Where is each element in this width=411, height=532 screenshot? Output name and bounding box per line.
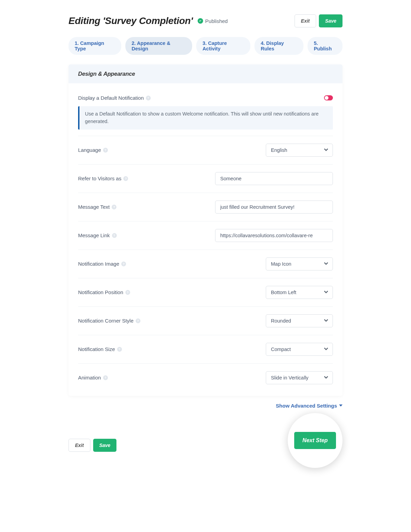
tab-capture-activity[interactable]: 3. Capture Activity	[196, 37, 250, 55]
help-icon[interactable]: ?	[103, 375, 108, 380]
next-step-bubble: Next Step	[288, 413, 342, 468]
exit-button[interactable]: Exit	[295, 14, 316, 27]
footer-exit-button[interactable]: Exit	[68, 439, 90, 452]
tab-display-rules[interactable]: 4. Display Rules	[254, 37, 303, 55]
help-icon[interactable]: ?	[112, 205, 116, 209]
help-icon[interactable]: ?	[103, 148, 108, 153]
help-icon[interactable]: ?	[125, 290, 130, 295]
status-badge: Published	[198, 18, 228, 24]
refer-visitors-label: Refer to Visitors as ?	[78, 176, 128, 181]
panel-title: Design & Appearance	[78, 71, 333, 77]
notification-position-select[interactable]: Bottom Left	[266, 286, 333, 299]
check-circle-icon	[198, 18, 203, 24]
tab-publish[interactable]: 5. Publish	[308, 37, 342, 55]
animation-select[interactable]: Slide in Vertically	[266, 371, 333, 384]
help-icon[interactable]: ?	[136, 318, 140, 323]
notification-image-select[interactable]: Map Icon	[266, 257, 333, 270]
design-panel: Design & Appearance Display a Default No…	[68, 64, 342, 396]
step-tabs: 1. Campaign Type 2. Appearance & Design …	[68, 37, 342, 55]
next-step-button[interactable]: Next Step	[294, 432, 336, 449]
notification-size-label: Notification Size ?	[78, 346, 122, 352]
default-notification-label: Display a Default Notification ?	[78, 95, 151, 101]
message-link-label: Message Link ?	[78, 232, 117, 238]
save-button[interactable]: Save	[319, 14, 342, 27]
status-label: Published	[205, 18, 228, 24]
message-link-input[interactable]	[215, 229, 333, 242]
help-icon[interactable]: ?	[117, 347, 122, 352]
show-advanced-link[interactable]: Show Advanced Settings	[276, 403, 342, 409]
tab-campaign-type[interactable]: 1. Campaign Type	[68, 37, 121, 55]
page-header: Editing 'Survey Completion' Published Ex…	[68, 0, 342, 37]
animation-label: Animation ?	[78, 375, 108, 380]
corner-style-select[interactable]: Rounded	[266, 314, 333, 327]
page-title: Editing 'Survey Completion'	[68, 15, 193, 26]
refer-visitors-input[interactable]	[215, 172, 333, 185]
info-box: Use a Default Notification to show a cus…	[78, 106, 333, 130]
notification-size-select[interactable]: Compact	[266, 343, 333, 356]
notification-image-label: Notification Image ?	[78, 261, 126, 267]
tab-appearance-design[interactable]: 2. Appearance & Design	[125, 37, 192, 55]
caret-down-icon	[339, 404, 342, 407]
help-icon[interactable]: ?	[112, 233, 117, 238]
language-select[interactable]: English	[266, 144, 333, 157]
message-text-label: Message Text ?	[78, 204, 116, 210]
default-notification-toggle[interactable]	[324, 95, 333, 100]
footer-save-button[interactable]: Save	[93, 439, 117, 452]
help-icon[interactable]: ?	[123, 176, 128, 181]
notification-position-label: Notification Position ?	[78, 289, 130, 295]
corner-style-label: Notification Corner Style ?	[78, 318, 140, 324]
message-text-input[interactable]	[215, 201, 333, 214]
help-icon[interactable]: ?	[121, 262, 126, 266]
help-icon[interactable]: ?	[146, 96, 151, 100]
language-label: Language ?	[78, 147, 108, 153]
